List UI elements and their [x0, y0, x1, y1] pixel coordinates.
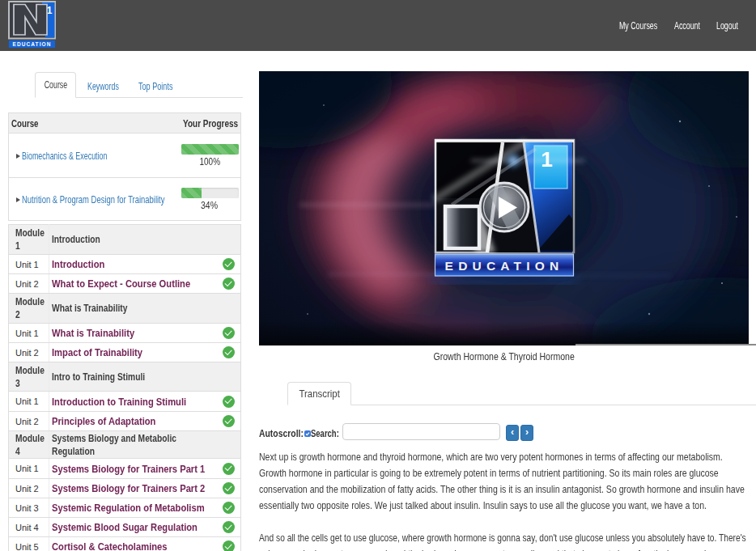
svg-text:EDUCATION: EDUCATION — [445, 259, 564, 273]
svg-text:EDUCATION: EDUCATION — [12, 41, 51, 47]
svg-text:1: 1 — [541, 147, 552, 172]
